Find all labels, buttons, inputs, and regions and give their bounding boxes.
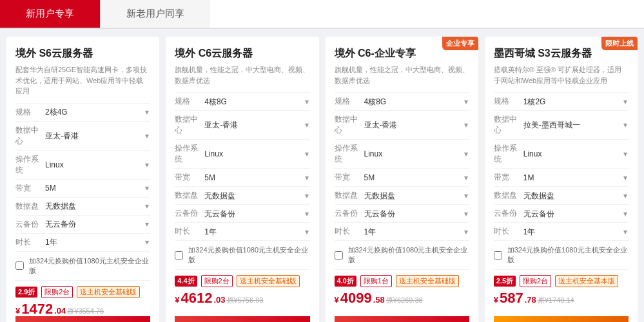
spec-select-s3-mexico-2[interactable]: Linux — [523, 149, 629, 158]
badge-c6-2: 送主机安全基础版 — [237, 275, 300, 287]
spec-label-c6-3: 带宽 — [175, 172, 204, 183]
spec-select-wrap-s6-5[interactable]: 无云备份 — [45, 220, 150, 229]
spec-select-c6-enterprise-1[interactable]: 亚太-香港 — [364, 120, 469, 129]
spec-select-wrap-s6-3[interactable]: 5M — [45, 184, 150, 193]
addon-checkbox-s3-mexico[interactable] — [494, 251, 502, 260]
spec-label-s3-mexico-5: 云备份 — [494, 208, 523, 219]
buy-button-c6[interactable]: 立即购买 — [175, 316, 309, 323]
spec-row-s3-mexico-4: 数据盘 无数据盘 — [494, 186, 629, 204]
spec-select-c6-enterprise-0[interactable]: 4核8G — [364, 97, 469, 106]
price-area-s3-mexico: 2.5折限购2台送主机安全基本版 — [494, 269, 629, 291]
spec-select-c6-3[interactable]: 5M — [204, 173, 309, 182]
spec-select-wrap-s6-2[interactable]: Linux — [45, 160, 150, 169]
addon-checkbox-c6-enterprise[interactable] — [335, 251, 343, 260]
spec-select-wrap-c6-4[interactable]: 无数据盘 — [204, 191, 309, 200]
spec-select-wrap-s3-mexico-6[interactable]: 1年 — [523, 227, 629, 236]
tab-new-user[interactable]: 新用户专享 — [0, 0, 100, 28]
spec-select-wrap-s6-4[interactable]: 无数据盘 — [45, 202, 150, 211]
price-symbol-s3-mexico: ¥ — [494, 295, 498, 305]
price-decimal-s3-mexico: .78 — [525, 295, 536, 305]
spec-select-wrap-s3-mexico-3[interactable]: 1M — [523, 173, 629, 182]
spec-select-c6-1[interactable]: 亚太-香港 — [204, 120, 309, 129]
spec-row-c6-5: 云备份 无云备份 — [175, 204, 309, 222]
spec-select-wrap-c6-0[interactable]: 4核8G — [204, 97, 309, 106]
addon-checkbox-c6[interactable] — [175, 251, 183, 260]
badge-s6-0: 2.9折 — [15, 287, 37, 298]
spec-select-wrap-s3-mexico-2[interactable]: Linux — [523, 149, 629, 158]
spec-row-s6-0: 规格 2核4G — [15, 103, 150, 121]
addon-row-s3-mexico[interactable]: 加324元换购价值1080元主机安全企业版 — [494, 240, 629, 269]
spec-select-s3-mexico-4[interactable]: 无数据盘 — [523, 191, 629, 200]
tab-all-user[interactable]: 新老用户同享 — [100, 0, 210, 28]
spec-select-s6-3[interactable]: 5M — [45, 184, 150, 193]
price-area-c6-enterprise: 4.0折限购1台送主机安全基础版 — [335, 269, 469, 291]
spec-select-c6-enterprise-6[interactable]: 1年 — [364, 227, 469, 236]
spec-select-c6-enterprise-5[interactable]: 无云备份 — [364, 209, 469, 218]
spec-select-wrap-c6-enterprise-5[interactable]: 无云备份 — [364, 209, 469, 218]
spec-row-s6-1: 数据中心 亚太-香港 — [15, 121, 150, 150]
spec-select-c6-5[interactable]: 无云备份 — [204, 209, 309, 218]
spec-label-c6-enterprise-1: 数据中心 — [335, 114, 364, 136]
spec-select-s6-5[interactable]: 无云备份 — [45, 220, 150, 229]
spec-select-wrap-c6-enterprise-3[interactable]: 5M — [364, 173, 469, 182]
price-integer-s6: 1472 — [21, 302, 53, 316]
product-title-c6: 境外 C6云服务器 — [175, 47, 309, 61]
spec-select-c6-enterprise-4[interactable]: 无数据盘 — [364, 191, 469, 200]
price-symbol-s6: ¥ — [15, 306, 20, 316]
spec-select-wrap-s6-1[interactable]: 亚太-香港 — [45, 131, 150, 140]
addon-checkbox-s6[interactable] — [15, 261, 24, 270]
spec-select-s3-mexico-5[interactable]: 无云备份 — [523, 209, 629, 218]
corner-badge-s3-mexico: 限时上线 — [601, 37, 638, 50]
addon-row-c6-enterprise[interactable]: 加324元换购价值1080元主机安全企业版 — [335, 240, 469, 269]
badge-c6-enterprise-0: 4.0折 — [335, 276, 356, 287]
spec-select-c6-enterprise-3[interactable]: 5M — [364, 173, 469, 182]
spec-select-s6-6[interactable]: 1年 — [45, 238, 150, 247]
spec-row-s3-mexico-3: 带宽 1M — [494, 168, 629, 186]
spec-label-s6-1: 数据中心 — [15, 125, 45, 147]
spec-select-c6-4[interactable]: 无数据盘 — [204, 191, 309, 200]
price-integer-c6-enterprise: 4099 — [340, 291, 372, 305]
spec-select-wrap-c6-5[interactable]: 无云备份 — [204, 209, 309, 218]
spec-select-wrap-s3-mexico-5[interactable]: 无云备份 — [523, 209, 629, 218]
spec-select-wrap-c6-6[interactable]: 1年 — [204, 227, 309, 236]
spec-select-s6-0[interactable]: 2核4G — [45, 108, 150, 117]
price-area-c6: 4.4折限购2台送主机安全基础版 — [175, 269, 309, 291]
price-symbol-c6: ¥ — [175, 295, 179, 305]
spec-row-c6-enterprise-0: 规格 4核8G — [335, 92, 469, 110]
product-card-s3-mexico: 限时上线墨西哥城 S3云服务器搭载英特尔® 至强® 可扩展处理器，适用于网站和W… — [485, 37, 638, 322]
buy-button-s6[interactable]: 立即抢购 — [15, 316, 150, 323]
spec-select-wrap-s6-0[interactable]: 2核4G — [45, 108, 150, 117]
spec-select-s3-mexico-3[interactable]: 1M — [523, 173, 629, 182]
spec-select-wrap-c6-enterprise-6[interactable]: 1年 — [364, 227, 469, 236]
spec-select-wrap-s3-mexico-0[interactable]: 1核2G — [523, 97, 629, 106]
spec-select-wrap-s6-6[interactable]: 1年 — [45, 238, 150, 247]
spec-row-c6-1: 数据中心 亚太-香港 — [175, 110, 309, 139]
buy-button-c6-enterprise[interactable]: 立即购买 — [335, 316, 469, 323]
product-card-c6: 境外 C6云服务器旗舰机量，性能之冠，中大型电商、视频、数据库优选 规格 4核8… — [166, 37, 318, 322]
spec-select-c6-enterprise-2[interactable]: Linux — [364, 149, 469, 158]
spec-select-wrap-c6-3[interactable]: 5M — [204, 173, 309, 182]
spec-select-wrap-c6-enterprise-1[interactable]: 亚太-香港 — [364, 120, 469, 129]
spec-select-s6-1[interactable]: 亚太-香港 — [45, 131, 150, 140]
spec-select-s3-mexico-6[interactable]: 1年 — [523, 227, 629, 236]
spec-row-s3-mexico-6: 时长 1年 — [494, 222, 629, 240]
spec-select-c6-2[interactable]: Linux — [204, 149, 309, 158]
spec-select-s3-mexico-0[interactable]: 1核2G — [523, 97, 629, 106]
spec-row-s6-4: 数据盘 无数据盘 — [15, 197, 150, 215]
spec-select-s6-2[interactable]: Linux — [45, 160, 150, 169]
spec-select-wrap-s3-mexico-4[interactable]: 无数据盘 — [523, 191, 629, 200]
spec-select-wrap-c6-enterprise-0[interactable]: 4核8G — [364, 97, 469, 106]
addon-row-c6[interactable]: 加324元换购价值1080元主机安全企业版 — [175, 240, 309, 269]
product-title-s6: 境外 S6云服务器 — [15, 47, 150, 61]
spec-select-s3-mexico-1[interactable]: 拉美-墨西哥城一 — [523, 120, 629, 129]
spec-select-wrap-s3-mexico-1[interactable]: 拉美-墨西哥城一 — [523, 120, 629, 129]
spec-select-wrap-c6-enterprise-4[interactable]: 无数据盘 — [364, 191, 469, 200]
spec-select-c6-0[interactable]: 4核8G — [204, 97, 309, 106]
buy-button-s3-mexico[interactable]: 立即购买 — [494, 316, 629, 323]
spec-select-c6-6[interactable]: 1年 — [204, 227, 309, 236]
spec-select-wrap-c6-1[interactable]: 亚太-香港 — [204, 120, 309, 129]
spec-select-wrap-c6-2[interactable]: Linux — [204, 149, 309, 158]
spec-select-s6-4[interactable]: 无数据盘 — [45, 202, 150, 211]
spec-select-wrap-c6-enterprise-2[interactable]: Linux — [364, 149, 469, 158]
addon-row-s6[interactable]: 加324元换购价值1080元主机安全企业版 — [15, 251, 150, 280]
